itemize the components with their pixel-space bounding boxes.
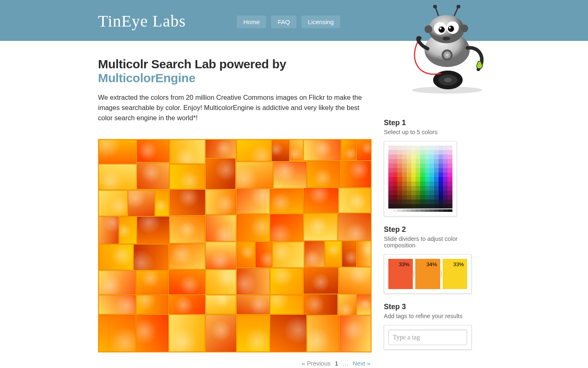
palette-swatch[interactable] xyxy=(397,195,402,200)
palette-swatch[interactable] xyxy=(407,146,411,150)
result-thumbnail[interactable] xyxy=(237,140,271,161)
palette-swatch[interactable] xyxy=(443,186,448,191)
result-thumbnail[interactable] xyxy=(272,140,289,161)
palette-swatch[interactable] xyxy=(411,177,416,182)
result-thumbnail[interactable] xyxy=(237,268,270,294)
composition-chip[interactable]: 33% xyxy=(388,259,413,289)
palette-swatch[interactable] xyxy=(425,168,430,173)
palette-swatch[interactable] xyxy=(439,164,443,168)
palette-swatch[interactable] xyxy=(439,150,443,155)
result-thumbnail[interactable] xyxy=(99,217,118,244)
palette-swatch[interactable] xyxy=(388,177,393,182)
result-thumbnail[interactable] xyxy=(325,241,341,267)
palette-swatch[interactable] xyxy=(439,155,443,159)
palette-swatch[interactable] xyxy=(416,150,420,155)
palette-swatch[interactable] xyxy=(388,200,393,204)
palette-swatch[interactable] xyxy=(393,191,397,195)
result-thumbnail[interactable] xyxy=(307,161,340,187)
palette-swatch[interactable] xyxy=(402,159,407,164)
result-thumbnail[interactable] xyxy=(339,188,371,213)
result-thumbnail[interactable] xyxy=(206,270,236,294)
palette-swatch[interactable] xyxy=(388,186,393,191)
result-thumbnail[interactable] xyxy=(136,271,168,294)
palette-swatch[interactable] xyxy=(430,146,434,150)
palette-swatch[interactable] xyxy=(411,168,416,173)
result-thumbnail[interactable] xyxy=(99,140,136,164)
palette-swatch[interactable] xyxy=(420,177,425,182)
palette-swatch[interactable] xyxy=(443,182,448,186)
palette-swatch[interactable] xyxy=(443,155,448,159)
palette-gray-swatch[interactable] xyxy=(434,209,439,212)
result-thumbnail[interactable] xyxy=(274,162,306,188)
palette-swatch[interactable] xyxy=(439,168,443,173)
palette-swatch[interactable] xyxy=(393,182,397,186)
palette-swatch[interactable] xyxy=(430,204,434,209)
palette-swatch[interactable] xyxy=(388,204,393,209)
palette-swatch[interactable] xyxy=(416,177,420,182)
result-thumbnail[interactable] xyxy=(304,188,338,213)
palette-swatch[interactable] xyxy=(430,150,434,155)
palette-gray-swatch[interactable] xyxy=(393,209,397,212)
palette-swatch[interactable] xyxy=(420,155,425,159)
composition-chip[interactable]: 34% xyxy=(415,259,441,289)
result-thumbnail[interactable] xyxy=(99,164,136,190)
palette-swatch[interactable] xyxy=(411,164,416,168)
result-thumbnail[interactable] xyxy=(340,316,371,352)
palette-swatch[interactable] xyxy=(430,200,434,204)
result-thumbnail[interactable] xyxy=(206,190,236,214)
result-thumbnail[interactable] xyxy=(99,191,127,216)
palette-swatch[interactable] xyxy=(434,164,439,168)
palette-swatch[interactable] xyxy=(397,168,402,173)
palette-swatch[interactable] xyxy=(425,164,430,168)
result-thumbnail[interactable] xyxy=(206,315,236,352)
palette-swatch[interactable] xyxy=(430,182,434,186)
palette-swatch[interactable] xyxy=(434,200,439,204)
palette-swatch[interactable] xyxy=(430,155,434,159)
result-thumbnail[interactable] xyxy=(206,140,236,158)
palette-swatch[interactable] xyxy=(434,195,439,200)
palette-swatch[interactable] xyxy=(448,159,452,164)
palette-swatch[interactable] xyxy=(430,177,434,182)
palette-swatch[interactable] xyxy=(411,182,416,186)
palette-swatch[interactable] xyxy=(407,155,411,159)
palette-swatch[interactable] xyxy=(397,155,402,159)
palette-swatch[interactable] xyxy=(420,191,425,195)
palette-swatch[interactable] xyxy=(443,200,448,204)
palette-swatch[interactable] xyxy=(407,150,411,155)
result-thumbnail[interactable] xyxy=(304,294,337,315)
palette-swatch[interactable] xyxy=(434,155,439,159)
palette-swatch[interactable] xyxy=(425,191,430,195)
palette-swatch[interactable] xyxy=(388,191,393,195)
result-thumbnail[interactable] xyxy=(270,315,306,352)
result-thumbnail[interactable] xyxy=(137,217,169,244)
palette-swatch[interactable] xyxy=(425,177,430,182)
palette-swatch[interactable] xyxy=(439,195,443,200)
palette-swatch[interactable] xyxy=(430,186,434,191)
palette-gray-swatch[interactable] xyxy=(439,209,443,212)
result-thumbnail[interactable] xyxy=(137,140,169,162)
palette-swatch[interactable] xyxy=(411,155,416,159)
result-thumbnail[interactable] xyxy=(137,163,169,189)
palette-gray-swatch[interactable] xyxy=(421,209,425,212)
palette-swatch[interactable] xyxy=(443,150,448,155)
palette-swatch[interactable] xyxy=(420,204,425,209)
palette-swatch[interactable] xyxy=(425,173,430,177)
palette-swatch[interactable] xyxy=(407,191,411,195)
palette-swatch[interactable] xyxy=(416,195,420,200)
result-thumbnail[interactable] xyxy=(99,315,136,352)
palette-swatch[interactable] xyxy=(411,200,416,204)
palette-swatch[interactable] xyxy=(434,146,439,150)
result-thumbnail[interactable] xyxy=(237,315,270,352)
result-thumbnail[interactable] xyxy=(357,140,371,160)
result-thumbnail[interactable] xyxy=(338,294,356,315)
result-thumbnail[interactable] xyxy=(170,216,205,243)
result-thumbnail[interactable] xyxy=(169,295,205,314)
palette-swatch[interactable] xyxy=(393,150,397,155)
palette-swatch[interactable] xyxy=(416,173,420,177)
palette-swatch[interactable] xyxy=(448,182,452,186)
palette-swatch[interactable] xyxy=(407,173,411,177)
palette-swatch[interactable] xyxy=(420,182,425,186)
palette-swatch[interactable] xyxy=(448,195,452,200)
palette-swatch[interactable] xyxy=(393,200,397,204)
palette-swatch[interactable] xyxy=(420,150,425,155)
